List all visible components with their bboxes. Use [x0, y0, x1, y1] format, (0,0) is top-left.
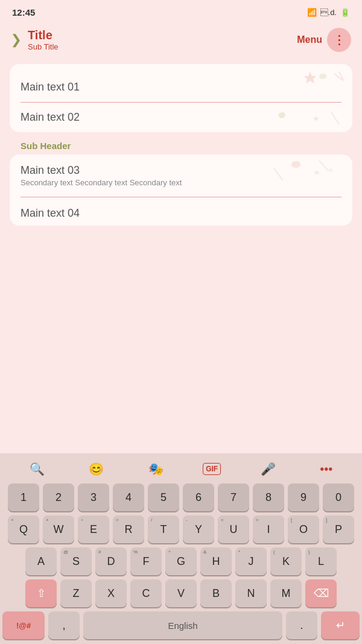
- special-chars-key[interactable]: !@#: [2, 611, 45, 639]
- header-title: Title: [28, 28, 59, 42]
- header-subtitle: Sub Title: [28, 42, 59, 51]
- key-9[interactable]: 9: [288, 483, 319, 511]
- svg-marker-8: [314, 170, 320, 175]
- key-n[interactable]: N: [235, 579, 267, 607]
- key-3[interactable]: 3: [78, 483, 109, 511]
- app-header: ❮ Title Sub Title Menu ⋮: [0, 22, 362, 59]
- keyboard-row-asdf: A @S #D %F ^G &H *J (K )L: [2, 547, 360, 575]
- menu-button[interactable]: Menu: [297, 34, 322, 45]
- keyboard-toolbar: 🔍 😊 🎭 GIF 🎤 •••: [2, 457, 360, 483]
- keyboard-row-numbers: 1 2 3 4 5 6 7 8 9 0: [2, 483, 360, 511]
- emoji-toolbar-button[interactable]: 😊: [84, 459, 109, 479]
- key-b[interactable]: B: [200, 579, 232, 607]
- list-card-2: Main text 03 Secondary text Secondary te…: [10, 155, 352, 226]
- key-t[interactable]: /T: [148, 515, 179, 543]
- list-item-02[interactable]: Main text 02: [21, 103, 341, 132]
- key-5[interactable]: 5: [148, 483, 179, 511]
- list-card-1: Main text 01 Main text 02: [10, 64, 352, 132]
- main-text-02: Main text 02: [21, 111, 341, 124]
- key-6[interactable]: 6: [183, 483, 214, 511]
- key-z[interactable]: Z: [60, 579, 92, 607]
- backspace-key[interactable]: ⌫: [305, 579, 337, 607]
- key-d[interactable]: #D: [95, 547, 127, 575]
- space-key[interactable]: English: [83, 611, 282, 639]
- key-m[interactable]: M: [270, 579, 302, 607]
- key-1[interactable]: 1: [8, 483, 39, 511]
- svg-line-7: [274, 168, 283, 180]
- key-k[interactable]: (K: [270, 547, 302, 575]
- status-time: 12:45: [12, 7, 35, 18]
- shift-key[interactable]: ⇧: [25, 579, 57, 607]
- list-item-02-inner: Main text 02: [21, 111, 341, 132]
- key-p[interactable]: ]P: [323, 515, 354, 543]
- more-toolbar-button[interactable]: •••: [315, 460, 337, 479]
- header-title-block: Title Sub Title: [28, 28, 59, 51]
- status-bar: 12:45 📶 .d. 🔋: [0, 0, 362, 22]
- key-0[interactable]: 0: [323, 483, 354, 511]
- keyboard-row-qwerty: +Q ×W ÷E =R /T -Y <U >I [O ]P: [2, 515, 360, 543]
- list-item-04[interactable]: Main text 04: [21, 197, 341, 226]
- list-item-01-inner: Main text 01: [21, 81, 341, 103]
- deco-flowers-4: [268, 165, 346, 196]
- status-icons: 📶 .d. 🔋: [307, 8, 350, 17]
- key-e[interactable]: ÷E: [78, 515, 109, 543]
- keyboard-row-zxcv: ⇧ Z X C V B N M ⌫: [2, 579, 360, 607]
- sub-header: Sub Header: [10, 137, 352, 155]
- key-8[interactable]: 8: [253, 483, 284, 511]
- key-y[interactable]: -Y: [183, 515, 214, 543]
- key-j[interactable]: *J: [235, 547, 267, 575]
- key-u[interactable]: <U: [218, 515, 249, 543]
- comma-key[interactable]: ,: [48, 611, 80, 639]
- key-x[interactable]: X: [95, 579, 127, 607]
- key-4[interactable]: 4: [113, 483, 144, 511]
- key-r[interactable]: =R: [113, 515, 144, 543]
- sticker-toolbar-button[interactable]: 🎭: [144, 459, 168, 479]
- search-toolbar-button[interactable]: 🔍: [25, 459, 49, 479]
- header-right: Menu ⋮: [297, 28, 351, 52]
- key-a[interactable]: A: [25, 547, 57, 575]
- key-l[interactable]: )L: [305, 547, 337, 575]
- key-f[interactable]: %F: [130, 547, 162, 575]
- key-g[interactable]: ^G: [165, 547, 197, 575]
- main-text-01: Main text 01: [21, 81, 341, 94]
- content-area: Main text 01 Main text 02 Sub Header: [0, 59, 362, 226]
- battery-icon: 🔋: [340, 8, 350, 17]
- key-h[interactable]: &H: [200, 547, 232, 575]
- back-icon[interactable]: ❮: [11, 32, 22, 48]
- key-7[interactable]: 7: [218, 483, 249, 511]
- key-i[interactable]: >I: [253, 515, 284, 543]
- keyboard-row-bottom: !@# , English . ↵: [2, 611, 360, 639]
- key-2[interactable]: 2: [43, 483, 74, 511]
- keyboard-area: 🔍 😊 🎭 GIF 🎤 ••• 1 2 3 4 5 6 7 8 9 0 +Q ×…: [0, 453, 362, 644]
- key-o[interactable]: [O: [288, 515, 319, 543]
- dot-key[interactable]: .: [286, 611, 317, 639]
- main-text-04: Main text 04: [21, 207, 341, 220]
- key-q[interactable]: +Q: [8, 515, 39, 543]
- list-item-01[interactable]: Main text 01: [21, 72, 341, 103]
- more-menu-button[interactable]: ⋮: [327, 28, 351, 52]
- mic-toolbar-button[interactable]: 🎤: [256, 459, 281, 479]
- key-s[interactable]: @S: [60, 547, 92, 575]
- wifi-icon: 📶: [307, 8, 317, 17]
- header-left: ❮ Title Sub Title: [11, 28, 59, 51]
- key-c[interactable]: C: [130, 579, 162, 607]
- enter-key[interactable]: ↵: [321, 611, 360, 639]
- key-w[interactable]: ×W: [43, 515, 74, 543]
- signal-icon: .d.: [320, 8, 337, 17]
- gif-toolbar-button[interactable]: GIF: [203, 463, 221, 475]
- key-v[interactable]: V: [165, 579, 197, 607]
